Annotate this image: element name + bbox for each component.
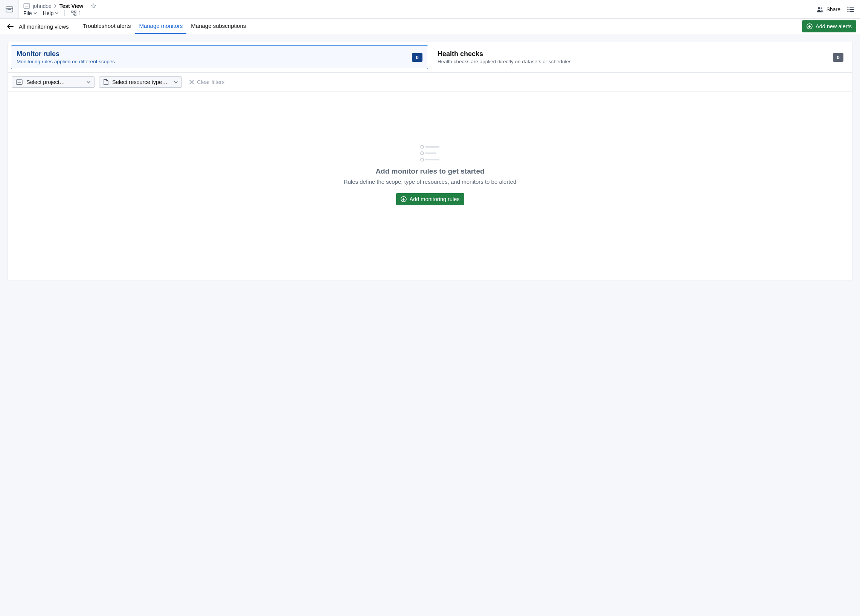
card-monitor-rules-title: Monitor rules (17, 50, 115, 58)
cards-row: Monitor rules Monitoring rules applied o… (8, 42, 852, 73)
page-body: Monitor rules Monitoring rules applied o… (0, 34, 860, 616)
branch-count[interactable]: 1 (71, 10, 81, 16)
share-button[interactable]: Share (817, 6, 840, 13)
empty-state-title: Add monitor rules to get started (375, 167, 484, 176)
svg-point-9 (818, 7, 820, 9)
menu-divider (64, 10, 65, 16)
card-health-checks-desc: Health checks are applied directly on da… (438, 59, 571, 64)
svg-point-13 (847, 9, 848, 10)
empty-state-desc: Rules define the scope, type of resource… (344, 179, 516, 185)
header-actions: Share (817, 0, 860, 19)
menu-file-label: File (24, 10, 32, 16)
svg-point-23 (421, 152, 424, 155)
tab-manage-monitors-label: Manage monitors (139, 23, 183, 29)
select-project-dropdown[interactable]: Select project… (12, 77, 94, 88)
app-icon (0, 0, 19, 19)
main-panel: Monitor rules Monitoring rules applied o… (8, 42, 852, 281)
monitoring-view-icon (6, 6, 13, 13)
arrow-left-icon (7, 24, 14, 29)
app-header: johndoe Test View File Help (0, 0, 860, 19)
add-new-alerts-label: Add new alerts (816, 24, 852, 29)
card-health-checks-title: Health checks (438, 50, 571, 58)
subnav-tabs: Troubleshoot alerts Manage monitors Mana… (75, 19, 250, 34)
card-health-checks[interactable]: Health checks Health checks are applied … (432, 45, 849, 69)
share-label: Share (827, 6, 840, 13)
add-monitoring-rules-button[interactable]: Add monitoring rules (396, 193, 464, 205)
star-icon[interactable] (90, 3, 96, 9)
svg-point-21 (421, 145, 424, 148)
tab-manage-subscriptions[interactable]: Manage subscriptions (187, 19, 250, 34)
card-monitor-rules-count: 0 (412, 53, 422, 62)
page-title: Test View (60, 3, 83, 9)
select-project-label: Select project… (27, 79, 65, 85)
breadcrumb-folder[interactable]: johndoe (33, 3, 52, 9)
select-resource-type-dropdown[interactable]: Select resource type… (99, 77, 182, 88)
svg-point-15 (847, 11, 848, 12)
tab-manage-subscriptions-label: Manage subscriptions (191, 23, 246, 29)
caret-down-icon (55, 12, 58, 14)
people-icon (817, 6, 824, 13)
branch-icon (71, 10, 77, 16)
clear-filters: Clear filters (187, 79, 224, 85)
project-icon (16, 80, 23, 85)
card-monitor-rules-desc: Monitoring rules applied on different sc… (17, 59, 115, 64)
add-monitoring-rules-label: Add monitoring rules (410, 196, 460, 202)
svg-rect-8 (75, 14, 76, 16)
caret-down-icon (86, 81, 90, 84)
svg-rect-16 (849, 11, 854, 12)
svg-point-10 (821, 7, 822, 9)
svg-rect-14 (849, 9, 854, 10)
branch-count-value: 1 (78, 10, 81, 16)
caret-down-icon (174, 81, 178, 84)
clear-filters-label: Clear filters (197, 79, 224, 85)
svg-rect-6 (72, 11, 73, 13)
close-icon (189, 80, 194, 84)
back-to-views-label: All monitoring views (19, 24, 69, 30)
header-main: johndoe Test View File Help (19, 0, 817, 19)
list-icon[interactable] (847, 6, 854, 13)
card-monitor-rules[interactable]: Monitor rules Monitoring rules applied o… (11, 45, 428, 69)
tab-troubleshoot-alerts[interactable]: Troubleshoot alerts (79, 19, 135, 34)
chevron-right-icon (54, 4, 57, 8)
tab-troubleshoot-alerts-label: Troubleshoot alerts (83, 23, 131, 29)
breadcrumb: johndoe Test View (24, 3, 817, 9)
subnav: All monitoring views Troubleshoot alerts… (0, 19, 860, 34)
empty-list-icon (419, 144, 441, 162)
menu-help-label: Help (43, 10, 54, 16)
empty-state: Add monitor rules to get started Rules d… (8, 92, 852, 281)
svg-rect-12 (849, 7, 854, 8)
add-new-alerts-button[interactable]: Add new alerts (802, 20, 856, 32)
svg-rect-26 (425, 159, 439, 160)
plus-circle-icon (401, 196, 406, 202)
select-resource-type-label: Select resource type… (112, 79, 168, 85)
document-icon (103, 79, 108, 85)
menu-row: File Help 1 (24, 10, 817, 16)
tab-manage-monitors[interactable]: Manage monitors (135, 19, 187, 34)
menu-help[interactable]: Help (43, 10, 59, 16)
svg-rect-24 (425, 152, 436, 154)
card-health-checks-count: 0 (833, 53, 843, 62)
svg-rect-7 (75, 11, 76, 13)
plus-circle-icon (807, 24, 813, 29)
svg-point-11 (847, 6, 848, 8)
svg-rect-22 (425, 146, 439, 147)
svg-point-25 (421, 158, 424, 161)
menu-file[interactable]: File (24, 10, 37, 16)
caret-down-icon (33, 12, 37, 14)
filters-row: Select project… Select resource type… (8, 73, 852, 92)
back-to-views[interactable]: All monitoring views (7, 19, 75, 34)
folder-small-icon (24, 3, 30, 9)
